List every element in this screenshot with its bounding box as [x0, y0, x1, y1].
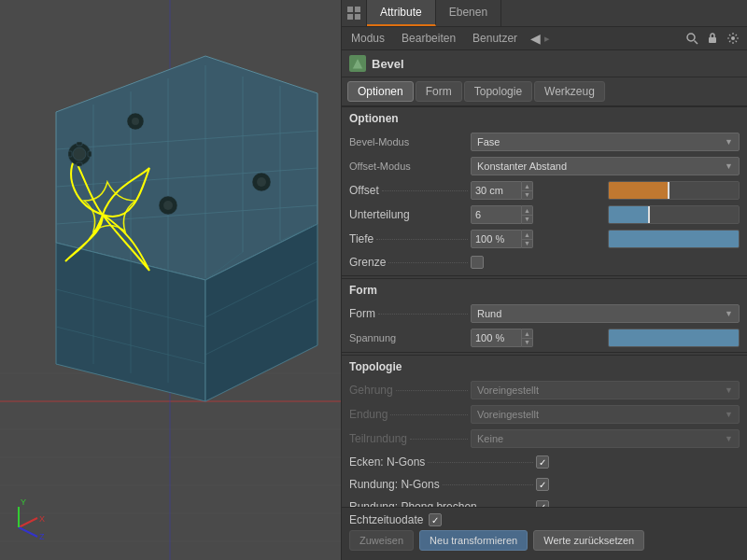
prop-offset-modus: Offset-Modus Konstanter Abstand ▼: [342, 154, 747, 178]
toolbar-bearbeiten[interactable]: Bearbeiten: [398, 30, 459, 47]
svg-rect-35: [68, 151, 72, 157]
unterteilung-input: 6 ▲ ▼: [471, 205, 600, 224]
rundung-phong-value: [536, 500, 740, 507]
tab-attribute[interactable]: Attribute: [367, 0, 436, 26]
svg-rect-49: [347, 7, 353, 12]
bevel-modus-dropdown[interactable]: Fase ▼: [471, 133, 740, 151]
unterteilung-down-icon[interactable]: ▼: [522, 215, 532, 224]
unterteilung-value: 6 ▲ ▼: [471, 205, 740, 224]
unterteilung-arrows[interactable]: ▲ ▼: [522, 205, 533, 224]
gehrung-dropdown[interactable]: Voreingestellt ▼: [471, 381, 740, 399]
spannung-up-icon[interactable]: ▲: [522, 329, 532, 338]
form-value: Rund ▼: [471, 304, 740, 323]
tiefe-arrows[interactable]: ▲ ▼: [522, 230, 533, 248]
offset-modus-dropdown[interactable]: Konstanter Abstand ▼: [471, 157, 740, 175]
tiefe-slider-fill: [609, 231, 739, 247]
properties-panel: Attribute Ebenen Modus Bearbeiten Benutz…: [341, 0, 747, 560]
unterteilung-up-icon[interactable]: ▲: [522, 206, 532, 215]
endung-label: Endung: [349, 408, 388, 421]
prop-endung: Endung Voreingestellt ▼: [342, 402, 747, 427]
teilrundung-dots: [410, 439, 468, 440]
svg-point-42: [132, 118, 139, 125]
tiefe-field[interactable]: 100 %: [471, 230, 522, 248]
grenze-dots: [388, 262, 468, 263]
ecken-label-wrap: Ecken: N-Gons: [349, 455, 536, 469]
offset-down-icon[interactable]: ▼: [522, 190, 532, 200]
svg-rect-36: [88, 151, 92, 157]
subtab-form[interactable]: Form: [416, 81, 462, 102]
grenze-label-wrap: Grenze: [349, 256, 471, 269]
tiefe-down-icon[interactable]: ▼: [522, 239, 532, 248]
unterteilung-label: Unterteilung: [349, 208, 410, 221]
endung-dots: [390, 414, 468, 415]
zuweisen-button[interactable]: Zuweisen: [349, 530, 414, 551]
svg-point-40: [257, 177, 266, 187]
unterteilung-label-wrap: Unterteilung: [349, 208, 471, 221]
dropdown-arrow2-icon: ▼: [725, 161, 733, 171]
tiefe-up-icon[interactable]: ▲: [522, 231, 532, 239]
svg-text:X: X: [39, 514, 45, 524]
form-dropdown-arrow-icon: ▼: [725, 309, 733, 318]
unterteilung-field[interactable]: 6: [471, 205, 522, 224]
rundung-ngons-label-wrap: Rundung: N-Gons: [349, 478, 536, 491]
svg-text:Y: Y: [21, 497, 26, 507]
nav-back-icon[interactable]: ◀: [530, 31, 541, 46]
spannung-down-icon[interactable]: ▼: [522, 338, 532, 347]
dropdown-arrow-icon: ▼: [725, 137, 733, 147]
viewport-3d[interactable]: X Z Y: [0, 0, 341, 560]
form-dropdown[interactable]: Rund ▼: [471, 304, 740, 323]
search-icon[interactable]: [684, 30, 700, 47]
offset-field[interactable]: 30 cm: [471, 181, 522, 200]
sep1: [342, 275, 747, 276]
form-dots: [378, 314, 468, 315]
teilrundung-label-wrap: Teilrundung: [349, 432, 471, 445]
subtab-topologie[interactable]: Topologie: [464, 81, 532, 102]
toolbar-benutzer[interactable]: Benutzer: [469, 30, 521, 47]
offset-up-icon[interactable]: ▲: [522, 182, 532, 190]
svg-point-56: [731, 36, 735, 40]
grenze-checkbox[interactable]: [471, 256, 484, 269]
teilrundung-dropdown[interactable]: Keine ▼: [471, 429, 740, 448]
lock-icon[interactable]: [704, 30, 721, 47]
offset-arrows[interactable]: ▲ ▼: [522, 181, 533, 200]
prop-spannung: Spannung 100 % ▲ ▼: [342, 326, 747, 350]
unterteilung-slider[interactable]: [608, 205, 740, 224]
teilrundung-arrow-icon: ▼: [725, 434, 733, 443]
ecken-checkbox[interactable]: [536, 455, 549, 469]
subtab-optionen[interactable]: Optionen: [347, 81, 414, 102]
offset-label-wrap: Offset: [349, 184, 471, 197]
offset-label: Offset: [349, 184, 379, 197]
offset-modus-value: Konstanter Abstand ▼: [471, 157, 740, 175]
ecken-dots: [428, 462, 533, 463]
offset-slider-handle: [668, 182, 669, 199]
prop-gehrung: Gehrung Voreingestellt ▼: [342, 378, 747, 402]
spannung-value: 100 % ▲ ▼: [471, 329, 740, 347]
neu-transformieren-button[interactable]: Neu transformieren: [419, 530, 528, 551]
endung-value: Voreingestellt ▼: [471, 405, 740, 424]
ecken-label: Ecken: N-Gons: [349, 455, 425, 469]
bevel-header: Bevel: [342, 50, 747, 77]
svg-text:Z: Z: [39, 532, 45, 541]
spannung-slider[interactable]: [608, 329, 740, 347]
prop-grenze: Grenze: [342, 251, 747, 273]
settings-icon[interactable]: [725, 30, 741, 47]
offset-slider-fill: [609, 182, 668, 199]
endung-dropdown[interactable]: Voreingestellt ▼: [471, 405, 740, 424]
rundung-phong-checkbox[interactable]: [536, 500, 549, 507]
tab-ebenen[interactable]: Ebenen: [436, 0, 501, 26]
werte-zuruecksetzen-button[interactable]: Werte zurücksetzen: [533, 530, 644, 551]
rundung-ngons-checkbox[interactable]: [536, 478, 549, 491]
tiefe-slider[interactable]: [608, 230, 740, 248]
section-topologie: Topologie: [342, 355, 747, 378]
tiefe-label: Tiefe: [349, 232, 374, 245]
toolbar-modus[interactable]: Modus: [347, 30, 388, 47]
echtzeit-row: Echtzeituodate: [349, 513, 740, 526]
offset-slider[interactable]: [608, 181, 740, 200]
prop-form: Form Rund ▼: [342, 301, 747, 326]
spannung-arrows[interactable]: ▲ ▼: [522, 329, 533, 347]
subtab-werkzeug[interactable]: Werkzeug: [534, 81, 605, 102]
bottom-bar: Echtzeituodate Zuweisen Neu transformier…: [342, 507, 747, 560]
echtzeit-checkbox[interactable]: [429, 513, 442, 526]
spannung-field[interactable]: 100 %: [471, 329, 522, 347]
unterteilung-slider-fill: [609, 206, 648, 223]
